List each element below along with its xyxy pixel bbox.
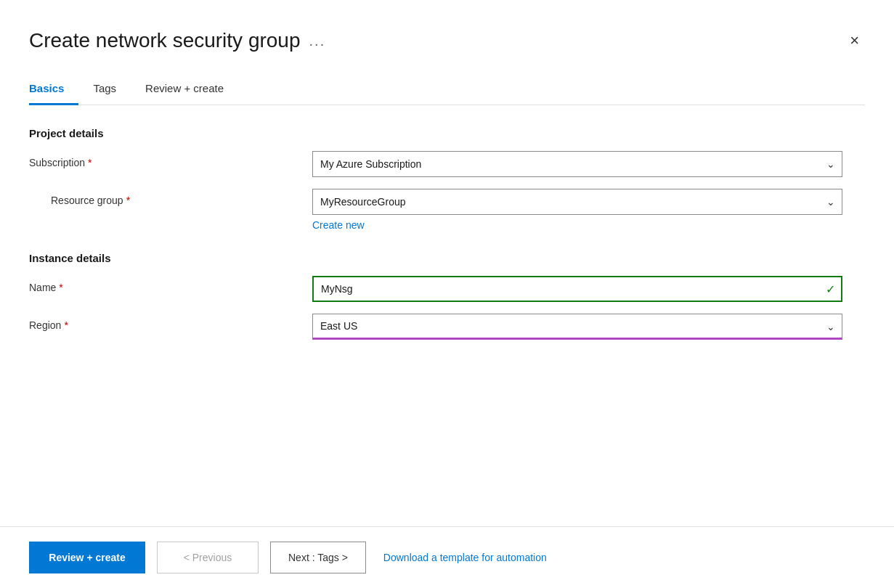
modal-title-area: Create network security group ...	[29, 29, 325, 52]
name-control: ✓	[312, 276, 842, 302]
name-label: Name *	[29, 276, 298, 293]
instance-details-title: Instance details	[29, 252, 865, 264]
previous-button[interactable]: < Previous	[157, 542, 259, 573]
subscription-required-indicator: *	[88, 157, 92, 168]
subscription-row: Subscription * My Azure Subscription ⌄	[29, 151, 865, 177]
name-input[interactable]	[312, 276, 842, 302]
next-button[interactable]: Next : Tags >	[270, 542, 366, 573]
region-select[interactable]: East US West US West Europe East Asia	[312, 314, 842, 340]
review-create-button[interactable]: Review + create	[29, 542, 145, 573]
modal-header: Create network security group ... ×	[0, 0, 894, 52]
resource-group-row: Resource group * MyResourceGroup ⌄ Creat…	[29, 189, 865, 232]
region-select-wrapper: East US West US West Europe East Asia ⌄	[312, 314, 842, 340]
tab-basics[interactable]: Basics	[29, 75, 78, 105]
tab-tags[interactable]: Tags	[93, 75, 131, 105]
modal-options-button[interactable]: ...	[309, 33, 326, 49]
close-button[interactable]: ×	[844, 30, 865, 52]
resource-group-control: MyResourceGroup ⌄ Create new	[312, 189, 842, 232]
resource-group-select-wrapper: MyResourceGroup ⌄	[312, 189, 842, 215]
resource-group-required-indicator: *	[126, 195, 130, 206]
name-row: Name * ✓	[29, 276, 865, 302]
create-new-resource-group-link[interactable]: Create new	[312, 219, 365, 231]
subscription-select-wrapper: My Azure Subscription ⌄	[312, 151, 842, 177]
subscription-label: Subscription *	[29, 151, 298, 168]
modal-title: Create network security group	[29, 29, 301, 52]
region-row: Region * East US West US West Europe Eas…	[29, 314, 865, 340]
region-control: East US West US West Europe East Asia ⌄	[312, 314, 842, 340]
subscription-control: My Azure Subscription ⌄	[312, 151, 842, 177]
tabs-container: Basics Tags Review + create	[29, 74, 865, 105]
name-input-wrapper: ✓	[312, 276, 842, 302]
resource-group-select[interactable]: MyResourceGroup	[312, 189, 842, 215]
automation-template-link[interactable]: Download a template for automation	[383, 552, 547, 563]
resource-group-label: Resource group *	[29, 189, 298, 206]
region-required-indicator: *	[64, 319, 68, 331]
modal-content: Basics Tags Review + create Project deta…	[0, 52, 894, 526]
instance-details-section: Instance details Name * ✓ Region	[29, 252, 865, 340]
project-details-title: Project details	[29, 127, 865, 139]
project-details-section: Project details Subscription * My Azure …	[29, 127, 865, 232]
region-label: Region *	[29, 314, 298, 331]
modal-container: Create network security group ... × Basi…	[0, 0, 894, 588]
name-required-indicator: *	[59, 282, 62, 293]
modal-footer: Review + create < Previous Next : Tags >…	[0, 526, 894, 588]
subscription-select[interactable]: My Azure Subscription	[312, 151, 842, 177]
tab-review-create[interactable]: Review + create	[145, 75, 238, 105]
